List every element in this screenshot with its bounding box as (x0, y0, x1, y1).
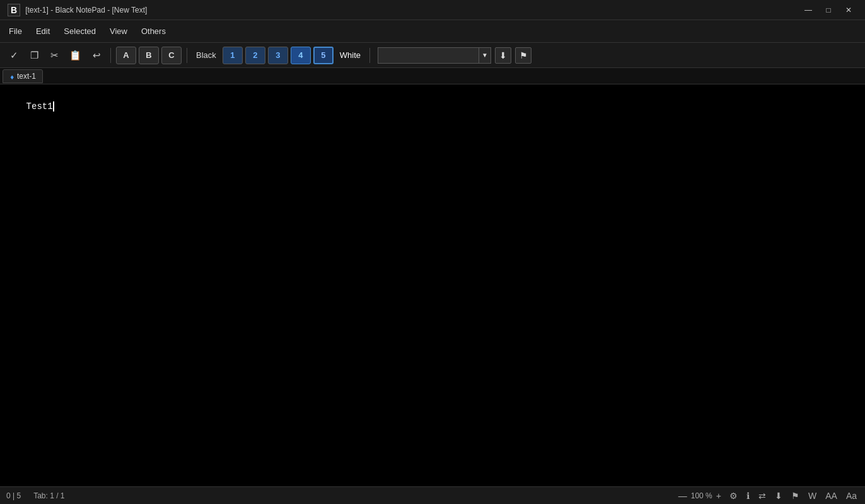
search-combo: ▼ (378, 47, 491, 64)
zoom-in-button[interactable]: + (715, 491, 723, 501)
settings-icon-button[interactable]: ⚙ (728, 491, 740, 501)
menu-others[interactable]: Others (135, 24, 172, 38)
insert-icon-button[interactable]: ⬇ (773, 491, 784, 501)
font-size-icon-button[interactable]: AA (823, 491, 839, 501)
white-label: White (336, 50, 364, 60)
num-btn-4[interactable]: 4 (291, 47, 311, 64)
zoom-level: 100 % (691, 491, 712, 500)
titlebar: B [text-1] - Black NotePad - [New Text] … (0, 0, 865, 20)
search-down-button[interactable]: ⬇ (495, 47, 511, 64)
editor-text: Test1 (26, 101, 53, 112)
separator-2 (187, 48, 187, 63)
minimize-button[interactable]: — (799, 3, 817, 18)
toolbar: ✓ ❐ ✂ 📋 ↩ A B C Black 1 2 3 4 5 White ▼ … (0, 43, 865, 68)
menu-file[interactable]: File (3, 24, 28, 38)
titlebar-left: B [text-1] - Black NotePad - [New Text] (8, 4, 147, 16)
color-label: Black (192, 50, 220, 60)
window-title: [text-1] - Black NotePad - [New Text] (25, 6, 147, 14)
separator-3 (369, 48, 370, 63)
tab-info: Tab: 1 / 1 (33, 491, 64, 500)
search-dropdown-button[interactable]: ▼ (479, 47, 491, 64)
menu-view[interactable]: View (103, 24, 134, 38)
btn-a[interactable]: A (116, 47, 136, 64)
statusbar: 0 | 5 Tab: 1 / 1 — 100 % + ⚙ ℹ ⇄ ⬇ ⚑ W A… (0, 486, 865, 504)
window-controls: — □ ✕ (799, 3, 857, 18)
tab-icon: ⬧ (9, 71, 15, 81)
font-case-icon-button[interactable]: Aa (844, 491, 859, 501)
close-button[interactable]: ✕ (840, 3, 857, 18)
separator-1 (110, 48, 111, 63)
tab-label: text-1 (17, 72, 36, 81)
cut-button[interactable]: ✂ (45, 47, 63, 64)
undo-button[interactable]: ↩ (88, 47, 105, 64)
tab-text-1[interactable]: ⬧ text-1 (3, 69, 43, 83)
editor-content: Test1 (5, 87, 860, 127)
maximize-button[interactable]: □ (820, 3, 837, 18)
convert-icon-button[interactable]: ⇄ (757, 491, 768, 501)
zoom-controls: — 100 % + (677, 491, 723, 501)
app-icon: B (8, 4, 20, 16)
text-cursor (53, 101, 54, 112)
btn-b[interactable]: B (139, 47, 159, 64)
menu-edit[interactable]: Edit (30, 24, 56, 38)
tabbar: ⬧ text-1 (0, 68, 865, 84)
num-btn-5[interactable]: 5 (313, 47, 334, 64)
zoom-out-button[interactable]: — (677, 491, 688, 501)
num-btn-1[interactable]: 1 (223, 47, 243, 64)
btn-c[interactable]: C (161, 47, 182, 64)
statusbar-right: — 100 % + ⚙ ℹ ⇄ ⬇ ⚑ W AA Aa (677, 491, 859, 501)
info-icon-button[interactable]: ℹ (745, 491, 752, 501)
check-button[interactable]: ✓ (5, 47, 23, 64)
search-input[interactable] (378, 47, 479, 64)
menubar: File Edit Selected View Others (0, 20, 865, 43)
cursor-position: 0 | 5 (6, 491, 21, 500)
copy2-button[interactable]: ❐ (25, 47, 43, 64)
num-btn-3[interactable]: 3 (268, 47, 288, 64)
search-flag-button[interactable]: ⚑ (515, 47, 531, 64)
menu-selected[interactable]: Selected (57, 24, 102, 38)
editor-area[interactable]: Test1 (0, 84, 865, 486)
paste-button[interactable]: 📋 (66, 47, 85, 64)
word-icon-button[interactable]: W (806, 491, 818, 501)
statusbar-left: 0 | 5 Tab: 1 / 1 (6, 491, 65, 500)
flag-icon-button[interactable]: ⚑ (789, 491, 801, 501)
num-btn-2[interactable]: 2 (245, 47, 265, 64)
